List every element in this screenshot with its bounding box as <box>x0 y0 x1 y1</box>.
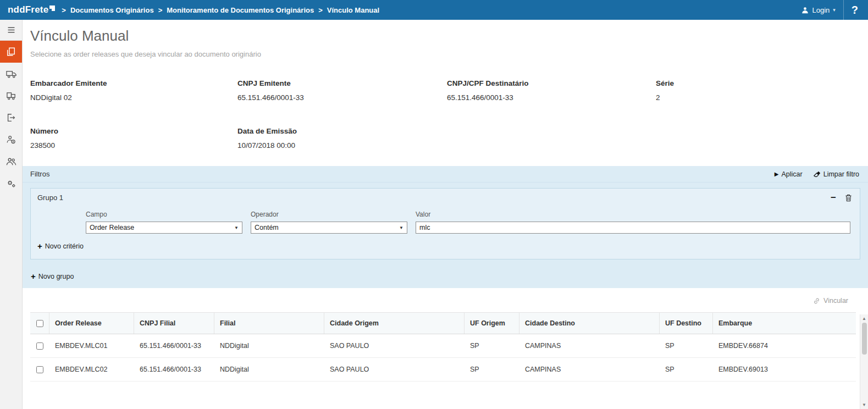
table-cell: CAMPINAS <box>519 334 660 357</box>
row-checkbox[interactable] <box>36 342 43 350</box>
sidebar-item-documents[interactable] <box>0 41 22 63</box>
new-criterion-button[interactable]: + Novo critério <box>31 234 90 259</box>
select-arrow-icon: ▼ <box>396 225 403 230</box>
truck-icon <box>6 69 16 79</box>
field-value: 2 <box>656 93 860 102</box>
documents-icon <box>6 47 16 57</box>
sidebar-item-users[interactable] <box>0 151 22 173</box>
sidebar-item-fleet[interactable] <box>0 85 22 107</box>
menu-icon <box>7 25 16 35</box>
fleet-truck-icon <box>6 91 16 101</box>
column-header[interactable]: UF Origem <box>465 313 519 334</box>
table-row[interactable]: EMBDEV.MLC0165.151.466/0001-33NDDigitalS… <box>30 334 856 358</box>
field-label: CNPJ Emitente <box>237 79 447 87</box>
table-cell: SP <box>465 334 519 357</box>
select-arrow-icon: ▼ <box>231 225 239 230</box>
sidebar-item-settings[interactable] <box>0 173 22 195</box>
valor-input[interactable] <box>416 222 850 234</box>
table-cell: NDDigital <box>214 334 324 357</box>
column-header[interactable]: Filial <box>214 313 324 334</box>
table-body: EMBDEV.MLC0165.151.466/0001-33NDDigitalS… <box>30 334 856 382</box>
campo-label: Campo <box>86 211 242 218</box>
breadcrumb-item-monitoramento[interactable]: Monitoramento de Documentos Originários <box>167 6 314 14</box>
table-cell: SP <box>660 334 713 357</box>
topbar: nddFrete > Documentos Originários > Moni… <box>0 0 868 20</box>
vincular-button[interactable]: Vincular <box>813 297 848 305</box>
driver-payment-icon <box>6 135 16 145</box>
field-cnpj-cpf-destinatario: CNPJ/CPF Destinatário 65.151.466/0001-33 <box>447 79 656 102</box>
results-table: Order ReleaseCNPJ FilialFilialCidade Ori… <box>30 312 856 382</box>
column-header[interactable]: UF Destino <box>660 313 713 334</box>
field-value: 238500 <box>30 141 237 150</box>
breadcrumb-item-vinculo-manual[interactable]: Vínculo Manual <box>327 6 379 14</box>
plus-icon: + <box>31 273 36 280</box>
user-icon <box>801 7 809 14</box>
field-label: Número <box>30 127 237 135</box>
column-header[interactable]: Cidade Destino <box>519 313 660 334</box>
table-cell: CAMPINAS <box>519 358 660 381</box>
table-header: Order ReleaseCNPJ FilialFilialCidade Ori… <box>30 312 856 334</box>
group-title: Grupo 1 <box>37 194 63 202</box>
column-header[interactable]: Cidade Origem <box>324 313 465 334</box>
field-serie: Série 2 <box>656 79 860 102</box>
column-header[interactable]: CNPJ Filial <box>134 313 214 334</box>
logo[interactable]: nddFrete <box>0 4 62 15</box>
logo-mark-icon <box>49 5 55 11</box>
vertical-scrollbar[interactable]: ▲ ▼ <box>860 314 868 409</box>
field-label: Série <box>656 79 860 87</box>
main-content: Vínculo Manual Selecione as order releas… <box>23 20 868 409</box>
table-row[interactable]: EMBDEV.MLC0265.151.466/0001-33NDDigitalS… <box>30 358 856 382</box>
trash-icon <box>845 194 852 202</box>
sidebar-item-truck[interactable] <box>0 63 22 85</box>
column-header[interactable]: Order Release <box>49 313 134 334</box>
scroll-up-arrow[interactable]: ▲ <box>860 314 868 323</box>
plus-icon: + <box>37 243 42 250</box>
scroll-down-arrow[interactable]: ▼ <box>860 401 868 409</box>
eraser-icon <box>814 170 821 178</box>
play-icon: ▶ <box>775 171 779 177</box>
table-cell: SAO PAULO <box>324 334 465 357</box>
help-button[interactable]: ? <box>843 0 868 20</box>
collapse-group-button[interactable]: − <box>831 194 836 202</box>
select-all-checkbox[interactable] <box>36 320 43 327</box>
operador-selected-value: Contém <box>255 224 279 231</box>
new-group-label: Novo grupo <box>38 273 74 280</box>
field-data-emissao: Data de Emissão 10/07/2018 00:00 <box>237 127 447 150</box>
sidebar-item-menu[interactable] <box>0 20 22 41</box>
scrollbar-thumb[interactable] <box>862 323 867 355</box>
campo-select[interactable]: Order Release ▼ <box>86 222 242 234</box>
column-header[interactable]: Embarque <box>713 313 856 334</box>
row-checkbox-cell[interactable] <box>30 334 49 357</box>
sidebar-item-export[interactable] <box>0 107 22 129</box>
login-button[interactable]: Login ▾ <box>794 0 843 20</box>
table-cell: EMBDEV.MLC01 <box>49 334 134 357</box>
clear-filter-button[interactable]: Limpar filtro <box>814 170 859 178</box>
apply-filter-button[interactable]: ▶ Aplicar <box>775 170 803 178</box>
field-value: 10/07/2018 00:00 <box>237 141 447 150</box>
operador-label: Operador <box>251 211 407 218</box>
field-value: 65.151.466/0001-33 <box>447 93 656 102</box>
field-value: NDDigital 02 <box>30 93 237 102</box>
row-checkbox-cell[interactable] <box>30 358 49 381</box>
new-group-button[interactable]: + Novo grupo <box>23 259 74 288</box>
delete-group-button[interactable] <box>845 194 852 202</box>
breadcrumb: > Documentos Originários > Monitoramento… <box>62 6 379 14</box>
filter-group: Grupo 1 − Campo Order Release ▼ <box>30 188 860 259</box>
select-all-cell[interactable] <box>30 313 49 334</box>
field-numero: Número 238500 <box>30 127 237 150</box>
field-embarcador-emitente: Embarcador Emitente NDDigital 02 <box>30 79 237 102</box>
page-subtitle: Selecione as order releases que deseja v… <box>30 50 860 58</box>
settings-gears-icon <box>6 179 16 189</box>
operador-select[interactable]: Contém ▼ <box>251 222 407 234</box>
table-cell: NDDigital <box>214 358 324 381</box>
chevron-right-icon: > <box>62 6 66 14</box>
table-cell: 65.151.466/0001-33 <box>134 358 214 381</box>
new-criterion-label: Novo critério <box>45 242 84 250</box>
field-value: 65.151.466/0001-33 <box>237 93 447 102</box>
table-cell: EMBDEV.69013 <box>713 358 856 381</box>
breadcrumb-item-documentos-originarios[interactable]: Documentos Originários <box>70 6 154 14</box>
row-checkbox[interactable] <box>36 366 43 373</box>
apply-filter-label: Aplicar <box>781 170 802 178</box>
sidebar-item-driver-payment[interactable] <box>0 129 22 151</box>
logo-text: nddFrete <box>8 4 48 15</box>
